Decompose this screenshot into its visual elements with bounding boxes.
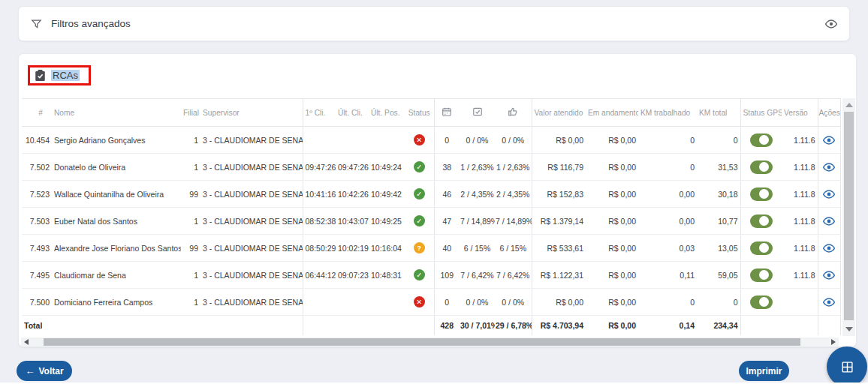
gps-toggle-on[interactable] bbox=[750, 268, 773, 282]
cell-last_cli: 10:42:26 bbox=[336, 181, 369, 208]
cell-em_andamento: R$ 0,00 bbox=[586, 262, 638, 289]
view-action-button[interactable] bbox=[823, 190, 835, 199]
table-row: 7.500Domiciano Ferreira Campos13 - CLAUD… bbox=[22, 289, 840, 316]
status-ok-icon: ✓ bbox=[414, 269, 425, 280]
cell-first_cli: 08:52:38 bbox=[303, 208, 336, 235]
cell-pos_check: 6 / 15% bbox=[460, 235, 495, 262]
cell-km_trabalhado: 0,00 bbox=[638, 208, 697, 235]
scroll-up-arrow[interactable] bbox=[845, 103, 853, 107]
rcas-card: RCAs #NomeFilialSupervisor1º Cli.Últ. Cl… bbox=[18, 53, 857, 347]
calendar-icon bbox=[442, 110, 452, 118]
cell-versao: 1.11.8 bbox=[782, 208, 818, 235]
cell-pos_like: 7 / 14,89% bbox=[495, 208, 532, 235]
cell-acoes bbox=[818, 235, 840, 262]
view-action-button[interactable] bbox=[823, 217, 835, 226]
bottom-strip bbox=[0, 382, 868, 387]
scroll-down-arrow[interactable] bbox=[845, 327, 853, 332]
status-ok-icon: ✓ bbox=[414, 188, 425, 200]
cell-em_andamento: R$ 0,00 bbox=[586, 235, 638, 262]
column-header-versao[interactable]: Versão bbox=[782, 99, 818, 127]
cell-km_trabalhado: 0,00 bbox=[638, 181, 697, 208]
column-header-branch[interactable]: Filial bbox=[181, 99, 200, 127]
grid-fab-button[interactable] bbox=[827, 346, 867, 387]
cell-pos_like: 29 / 6,78% bbox=[495, 316, 532, 335]
gps-toggle-on[interactable] bbox=[750, 214, 773, 228]
cell-num: 7.523 bbox=[22, 181, 52, 208]
cell-acoes bbox=[818, 289, 840, 316]
column-header-name[interactable]: Nome bbox=[52, 99, 181, 127]
cell-last_cli bbox=[336, 289, 369, 316]
cell-acoes bbox=[818, 181, 840, 208]
column-header-pos_check[interactable] bbox=[460, 99, 495, 127]
cell-last_pos: 10:49:24 bbox=[369, 154, 405, 181]
table-header-row: #NomeFilialSupervisor1º Cli.Últ. Cli.Últ… bbox=[22, 99, 840, 127]
column-header-km_total[interactable]: KM total bbox=[697, 99, 740, 127]
vertical-scrollbar[interactable] bbox=[842, 98, 855, 336]
cell-num: 7.500 bbox=[22, 289, 52, 316]
column-header-valor_atendido[interactable]: Valor atendido bbox=[532, 99, 586, 127]
cell-pos_like: 1 / 2,63% bbox=[495, 154, 532, 181]
cell-status: ✓ bbox=[405, 262, 434, 289]
cell-valor_atendido: R$ 152,83 bbox=[532, 181, 586, 208]
column-header-first_cli[interactable]: 1º Cli. bbox=[303, 99, 336, 127]
cell-num: 7.493 bbox=[22, 235, 52, 262]
horizontal-scroll-thumb[interactable] bbox=[44, 338, 800, 346]
cell-name: Sergio Adriano Gonçalves bbox=[52, 127, 181, 154]
column-header-status_gps[interactable]: Status GPS bbox=[740, 99, 782, 127]
gps-toggle-on[interactable] bbox=[750, 242, 773, 255]
horizontal-scrollbar[interactable] bbox=[21, 338, 839, 346]
gps-toggle-on[interactable] bbox=[750, 188, 773, 201]
cell-first_cli: 09:47:26 bbox=[303, 154, 336, 181]
view-action-button[interactable] bbox=[823, 163, 835, 172]
print-button[interactable]: Imprimir bbox=[739, 361, 789, 381]
cell-versao: 1.11.6 bbox=[782, 127, 818, 154]
view-action-button[interactable] bbox=[823, 271, 835, 280]
column-header-status[interactable]: Status bbox=[405, 99, 434, 127]
cell-pos_check: 7 / 6,42% bbox=[460, 262, 495, 289]
cell-last_pos bbox=[369, 289, 405, 316]
view-action-button[interactable] bbox=[823, 136, 835, 145]
cell-pos_like: 6 / 15% bbox=[495, 235, 532, 262]
cell-branch: 1 bbox=[181, 208, 200, 235]
cell-branch: 1 bbox=[181, 154, 200, 181]
column-header-last_cli[interactable]: Últ. Cli. bbox=[336, 99, 369, 127]
filters-accordion-bar[interactable]: Filtros avançados bbox=[18, 6, 850, 41]
cell-pos_check: 0 / 0% bbox=[460, 127, 495, 154]
column-header-last_pos[interactable]: Últ. Pos. bbox=[369, 99, 405, 127]
column-header-pos_like[interactable] bbox=[495, 99, 532, 127]
gps-toggle-on[interactable] bbox=[750, 160, 773, 174]
column-header-acoes[interactable]: Ações bbox=[818, 99, 840, 127]
scroll-right-arrow[interactable] bbox=[831, 339, 836, 345]
cell-supervisor: 3 - CLAUDIOMAR DE SENA bbox=[200, 235, 303, 262]
cell-versao bbox=[782, 289, 818, 316]
back-button[interactable]: ← Voltar bbox=[17, 361, 72, 381]
cell-valor_atendido: R$ 1.379,14 bbox=[532, 208, 586, 235]
filter-icon bbox=[31, 18, 42, 29]
column-header-supervisor[interactable]: Supervisor bbox=[200, 99, 303, 127]
cell-supervisor: 3 - CLAUDIOMAR DE SENA bbox=[200, 181, 303, 208]
cell-km_total: 234,34 bbox=[697, 316, 740, 335]
view-action-button[interactable] bbox=[823, 298, 835, 307]
scroll-left-arrow[interactable] bbox=[24, 339, 29, 345]
column-header-km_trabalhado[interactable]: KM trabalhado bbox=[638, 99, 697, 127]
cell-last_pos: 10:48:31 bbox=[369, 262, 405, 289]
table-row: 7.503Euber Natal dos Santos13 - CLAUDIOM… bbox=[22, 208, 840, 235]
cell-first_cli: 06:44:12 bbox=[303, 262, 336, 289]
column-header-num[interactable]: # bbox=[22, 99, 52, 127]
cell-name bbox=[52, 316, 181, 335]
print-button-label: Imprimir bbox=[746, 366, 782, 376]
cell-pos_like: 7 / 6,42% bbox=[495, 262, 532, 289]
cell-name: Alexandre Jose Floriano Dos Santos bbox=[52, 235, 181, 262]
gps-toggle-on[interactable] bbox=[750, 134, 773, 147]
vertical-scroll-thumb[interactable] bbox=[844, 112, 854, 320]
cell-valor_atendido: R$ 1.122,31 bbox=[532, 262, 586, 289]
cell-last_cli: 09:07:23 bbox=[336, 262, 369, 289]
column-header-visits[interactable] bbox=[434, 99, 460, 127]
gps-toggle-on[interactable] bbox=[750, 296, 773, 309]
cell-first_cli bbox=[303, 289, 336, 316]
column-header-em_andamento[interactable]: Em andamento bbox=[586, 99, 638, 127]
cell-name: Donatelo de Oliveira bbox=[52, 154, 181, 181]
view-action-button[interactable] bbox=[823, 244, 835, 253]
cell-status_gps bbox=[740, 181, 782, 208]
visibility-eye-icon[interactable] bbox=[825, 20, 837, 28]
